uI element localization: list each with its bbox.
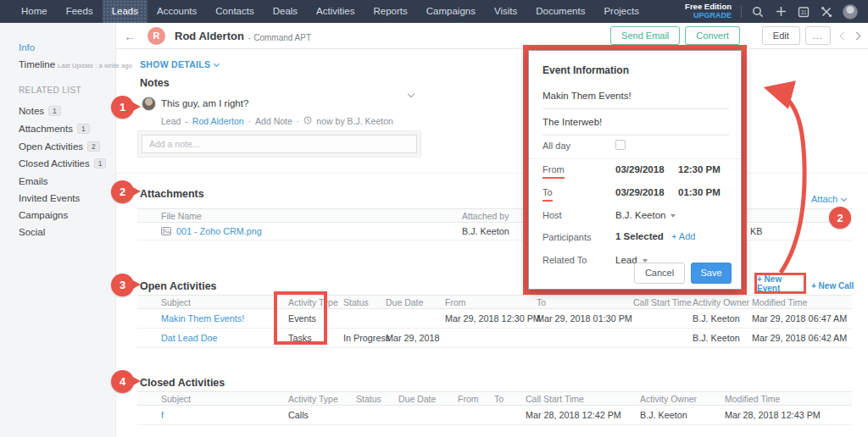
attachments-section-title: Attachments	[140, 188, 204, 200]
record-separator: -	[248, 33, 251, 42]
show-details-label: SHOW DETAILS	[140, 59, 210, 69]
all-day-label: All day	[542, 141, 570, 151]
annotation-marker-3: 3	[111, 274, 134, 296]
annotation-box-new-event: + New Event	[754, 273, 806, 294]
tools-icon[interactable]	[820, 5, 833, 19]
count-badge: 1	[94, 158, 107, 169]
sidebar-item-social[interactable]: Social	[19, 227, 45, 237]
activity-subject-link[interactable]: Makin Them Events!	[161, 313, 244, 324]
nav-item-feeds[interactable]: Feeds	[57, 0, 103, 23]
new-event-link[interactable]: + New Event	[757, 274, 804, 293]
event-title-field[interactable]: Makin Them Events!	[542, 91, 729, 109]
sidebar-item-attachments[interactable]: Attachments1	[19, 124, 90, 134]
add-participant-link[interactable]: + Add	[671, 231, 695, 241]
nav-item-contacts[interactable]: Contacts	[206, 0, 263, 23]
edit-button[interactable]: Edit	[762, 26, 800, 45]
save-button[interactable]: Save	[691, 263, 732, 284]
to-time-field[interactable]: 01:30 PM	[678, 187, 721, 197]
record-avatar[interactable]: R	[147, 27, 165, 45]
open-activities-section-title: Open Activities	[140, 280, 217, 292]
section-divider	[116, 173, 868, 174]
sidebar-item-notes[interactable]: Notes1	[19, 106, 61, 116]
annotation-marker-1: 1	[111, 96, 134, 119]
add-note-panel	[137, 130, 421, 158]
note-meta-dot: ·	[297, 116, 300, 126]
upgrade-link[interactable]: UPGRADE	[685, 12, 732, 20]
send-email-button[interactable]: Send Email	[610, 26, 680, 45]
activity-subject-link[interactable]: Dat Lead Doe	[161, 333, 218, 343]
back-arrow-icon[interactable]: ←	[124, 29, 136, 43]
activity-call-start: Mar 28, 2018 12:42 PM	[526, 410, 640, 420]
nav-item-visits[interactable]: Visits	[485, 0, 526, 23]
host-dropdown[interactable]: B.J. Keeton	[615, 210, 676, 220]
from-date-field[interactable]: 03/29/2018	[615, 164, 665, 174]
to-date-field[interactable]: 03/29/2018	[615, 187, 665, 197]
user-avatar[interactable]	[843, 4, 858, 19]
new-call-link[interactable]: + New Call	[811, 281, 854, 290]
modal-divider	[529, 158, 741, 159]
nav-item-activities[interactable]: Activities	[307, 0, 364, 23]
calendar-icon[interactable]: 31	[797, 5, 810, 19]
chevron-down-icon	[214, 61, 220, 67]
nav-item-home[interactable]: Home	[12, 0, 57, 23]
col-activity-type: Activity Type	[288, 394, 356, 404]
convert-button[interactable]: Convert	[685, 26, 740, 45]
nav-item-leads[interactable]: Leads	[103, 0, 147, 23]
plus-icon[interactable]	[774, 5, 787, 19]
zoho-crm-window: Home Feeds Leads Accounts Contacts Deals…	[0, 0, 868, 437]
attach-label: Attach	[811, 194, 837, 204]
sidebar-item-label: Notes	[19, 106, 44, 116]
sidebar-item-invited-events[interactable]: Invited Events	[19, 193, 80, 203]
sidebar-item-closed-activities[interactable]: Closed Activities1	[19, 158, 106, 169]
event-location-field[interactable]: The Interweb!	[542, 117, 729, 136]
activity-modified: Mar 29, 2018 06:47 AM	[752, 313, 852, 324]
activity-subject-link[interactable]: f	[161, 410, 164, 420]
col-status: Status	[356, 394, 398, 404]
nav-item-reports[interactable]: Reports	[364, 0, 416, 23]
count-badge: 1	[48, 106, 61, 116]
cancel-button[interactable]: Cancel	[634, 263, 685, 284]
sidebar-item-info[interactable]: Info	[19, 42, 35, 53]
search-icon[interactable]	[751, 5, 765, 19]
note-meta: Lead - Rod Alderton · Add Note · now by …	[161, 116, 393, 126]
sidebar-item-open-activities[interactable]: Open Activities2	[19, 141, 100, 152]
activity-modified: Mar 29, 2018 06:42 AM	[752, 333, 852, 343]
col-activity-owner: Activity Owner	[640, 394, 725, 404]
count-badge: 2	[87, 141, 100, 152]
more-actions-button[interactable]: ...	[805, 26, 831, 45]
attach-link[interactable]: Attach	[811, 194, 846, 204]
note-text: This guy, am I right?	[161, 98, 248, 108]
note-meta-record-link[interactable]: Rod Alderton	[192, 116, 244, 126]
annotation-circle-2: 2	[829, 207, 851, 229]
annotation-marker-2: 2	[111, 180, 134, 203]
col-from: From	[458, 394, 494, 404]
nav-item-deals[interactable]: Deals	[264, 0, 307, 23]
nav-item-projects[interactable]: Projects	[594, 0, 648, 23]
next-record-icon[interactable]	[853, 31, 861, 40]
annotation-box-event-modal: Event Information Makin Them Events! The…	[523, 45, 747, 295]
related-to-label: Related To	[542, 255, 587, 265]
all-day-checkbox[interactable]	[615, 140, 626, 150]
prev-record-icon[interactable]	[840, 31, 849, 40]
from-label: From	[542, 164, 565, 179]
add-note-input[interactable]	[142, 135, 417, 153]
nav-divider	[741, 5, 742, 18]
col-due-date: Due Date	[398, 394, 458, 404]
sidebar-item-timeline[interactable]: Timeline	[19, 59, 55, 69]
nav-item-campaigns[interactable]: Campaigns	[417, 0, 485, 23]
add-note-link[interactable]: Add Note	[255, 116, 292, 126]
open-activities-table-header: Subject Activity Type Status Due Date Fr…	[137, 295, 852, 309]
annotation-box-activity-type-column	[274, 291, 327, 345]
nav-item-accounts[interactable]: Accounts	[147, 0, 206, 23]
host-value: B.J. Keeton	[615, 210, 665, 220]
notes-collapse-icon[interactable]	[409, 85, 414, 100]
sidebar-item-emails[interactable]: Emails	[19, 176, 48, 186]
note-author-avatar	[142, 97, 156, 111]
sidebar-item-campaigns[interactable]: Campaigns	[19, 210, 68, 220]
show-details-link[interactable]: SHOW DETAILS	[140, 59, 219, 69]
attachment-file-link[interactable]: 001 - Zoho CRM.png	[176, 226, 262, 236]
from-time-field[interactable]: 12:30 PM	[678, 164, 721, 174]
nav-item-documents[interactable]: Documents	[526, 0, 594, 23]
top-nav: Home Feeds Leads Accounts Contacts Deals…	[0, 0, 868, 23]
record-header: ← R Rod Alderton - Command APT Send Emai…	[116, 23, 868, 49]
